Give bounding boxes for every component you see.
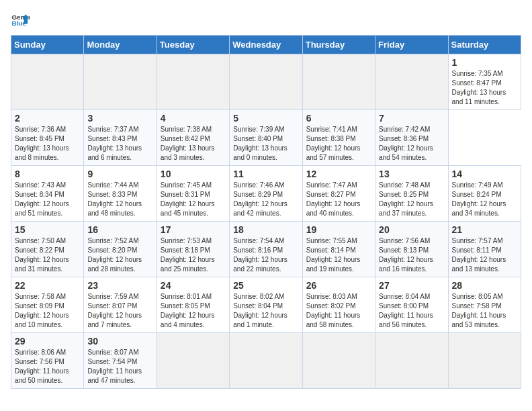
day-number: 7 bbox=[379, 113, 444, 124]
calendar-cell: 3Sunrise: 7:37 AMSunset: 8:43 PMDaylight… bbox=[84, 110, 157, 166]
day-info: Sunrise: 7:56 AMSunset: 8:13 PMDaylight:… bbox=[379, 236, 444, 274]
calendar-cell: 23Sunrise: 7:59 AMSunset: 8:07 PMDayligh… bbox=[84, 277, 157, 333]
day-number: 16 bbox=[87, 224, 152, 235]
day-info: Sunrise: 7:49 AMSunset: 8:24 PMDaylight:… bbox=[452, 181, 517, 218]
day-info: Sunrise: 7:36 AMSunset: 8:45 PMDaylight:… bbox=[15, 125, 80, 163]
header-day: Saturday bbox=[448, 36, 521, 54]
day-number: 19 bbox=[306, 224, 371, 235]
calendar-cell: 17Sunrise: 7:53 AMSunset: 8:18 PMDayligh… bbox=[157, 222, 229, 277]
day-number: 23 bbox=[87, 280, 152, 291]
day-number: 18 bbox=[233, 224, 298, 235]
day-info: Sunrise: 7:44 AMSunset: 8:33 PMDaylight:… bbox=[87, 181, 152, 218]
calendar-cell: 16Sunrise: 7:52 AMSunset: 8:20 PMDayligh… bbox=[84, 222, 157, 277]
calendar-cell bbox=[302, 333, 375, 389]
day-info: Sunrise: 8:07 AMSunset: 7:54 PMDaylight:… bbox=[87, 348, 152, 385]
day-number: 15 bbox=[15, 224, 80, 235]
header-day: Monday bbox=[84, 36, 157, 54]
day-info: Sunrise: 7:59 AMSunset: 8:07 PMDaylight:… bbox=[87, 292, 152, 330]
calendar-week: 8Sunrise: 7:43 AMSunset: 8:34 PMDaylight… bbox=[11, 166, 521, 222]
day-info: Sunrise: 8:05 AMSunset: 7:58 PMDaylight:… bbox=[452, 292, 517, 330]
day-number: 8 bbox=[15, 169, 80, 179]
calendar-cell: 14Sunrise: 7:49 AMSunset: 8:24 PMDayligh… bbox=[448, 166, 521, 222]
day-info: Sunrise: 7:35 AMSunset: 8:47 PMDaylight:… bbox=[452, 69, 517, 107]
day-number: 1 bbox=[452, 57, 517, 68]
calendar-header: SundayMondayTuesdayWednesdayThursdayFrid… bbox=[11, 36, 521, 54]
calendar-cell: 30Sunrise: 8:07 AMSunset: 7:54 PMDayligh… bbox=[84, 333, 157, 389]
calendar-cell: 18Sunrise: 7:54 AMSunset: 8:16 PMDayligh… bbox=[230, 222, 302, 277]
day-info: Sunrise: 7:38 AMSunset: 8:42 PMDaylight:… bbox=[161, 125, 226, 163]
day-info: Sunrise: 7:42 AMSunset: 8:36 PMDaylight:… bbox=[379, 125, 444, 163]
calendar-cell: 22Sunrise: 7:58 AMSunset: 8:09 PMDayligh… bbox=[11, 277, 84, 333]
day-info: Sunrise: 7:58 AMSunset: 8:09 PMDaylight:… bbox=[15, 292, 80, 330]
logo-icon: General Blue bbox=[11, 11, 30, 30]
logo: General Blue bbox=[11, 11, 30, 30]
day-info: Sunrise: 7:52 AMSunset: 8:20 PMDaylight:… bbox=[87, 236, 152, 274]
calendar-cell: 10Sunrise: 7:45 AMSunset: 8:31 PMDayligh… bbox=[157, 166, 229, 222]
day-info: Sunrise: 7:39 AMSunset: 8:40 PMDaylight:… bbox=[233, 125, 298, 163]
day-info: Sunrise: 7:46 AMSunset: 8:29 PMDaylight:… bbox=[233, 181, 298, 218]
day-number: 3 bbox=[87, 113, 152, 124]
calendar-cell: 27Sunrise: 8:04 AMSunset: 8:00 PMDayligh… bbox=[375, 277, 448, 333]
calendar-week: 15Sunrise: 7:50 AMSunset: 8:22 PMDayligh… bbox=[11, 222, 521, 277]
day-info: Sunrise: 7:53 AMSunset: 8:18 PMDaylight:… bbox=[161, 236, 226, 274]
day-number: 13 bbox=[379, 169, 444, 179]
header: General Blue bbox=[11, 11, 521, 30]
calendar-cell bbox=[11, 54, 84, 110]
calendar-cell bbox=[375, 333, 448, 389]
calendar-cell: 20Sunrise: 7:56 AMSunset: 8:13 PMDayligh… bbox=[375, 222, 448, 277]
day-info: Sunrise: 8:04 AMSunset: 8:00 PMDaylight:… bbox=[379, 292, 444, 330]
day-info: Sunrise: 7:43 AMSunset: 8:34 PMDaylight:… bbox=[15, 181, 80, 218]
day-number: 30 bbox=[87, 336, 152, 347]
calendar-cell: 13Sunrise: 7:48 AMSunset: 8:25 PMDayligh… bbox=[375, 166, 448, 222]
day-info: Sunrise: 7:54 AMSunset: 8:16 PMDaylight:… bbox=[233, 236, 298, 274]
calendar-cell: 21Sunrise: 7:57 AMSunset: 8:11 PMDayligh… bbox=[448, 222, 521, 277]
calendar-cell bbox=[448, 333, 521, 389]
day-info: Sunrise: 7:37 AMSunset: 8:43 PMDaylight:… bbox=[87, 125, 152, 163]
calendar-cell: 28Sunrise: 8:05 AMSunset: 7:58 PMDayligh… bbox=[448, 277, 521, 333]
day-info: Sunrise: 7:48 AMSunset: 8:25 PMDaylight:… bbox=[379, 181, 444, 218]
day-number: 6 bbox=[306, 113, 371, 124]
day-number: 27 bbox=[379, 280, 444, 291]
calendar-table: SundayMondayTuesdayWednesdayThursdayFrid… bbox=[11, 35, 521, 389]
calendar-cell: 12Sunrise: 7:47 AMSunset: 8:27 PMDayligh… bbox=[302, 166, 375, 222]
header-day: Thursday bbox=[302, 36, 375, 54]
day-info: Sunrise: 8:01 AMSunset: 8:05 PMDaylight:… bbox=[161, 292, 226, 330]
calendar-cell: 29Sunrise: 8:06 AMSunset: 7:56 PMDayligh… bbox=[11, 333, 84, 389]
header-day: Wednesday bbox=[230, 36, 302, 54]
day-info: Sunrise: 7:57 AMSunset: 8:11 PMDaylight:… bbox=[452, 236, 517, 274]
day-number: 26 bbox=[306, 280, 371, 291]
calendar-cell: 24Sunrise: 8:01 AMSunset: 8:05 PMDayligh… bbox=[157, 277, 229, 333]
day-number: 2 bbox=[15, 113, 80, 124]
day-number: 5 bbox=[233, 113, 298, 124]
day-number: 12 bbox=[306, 169, 371, 179]
day-number: 20 bbox=[379, 224, 444, 235]
day-number: 4 bbox=[161, 113, 226, 124]
calendar-cell bbox=[375, 54, 448, 110]
calendar-cell: 5Sunrise: 7:39 AMSunset: 8:40 PMDaylight… bbox=[230, 110, 302, 166]
header-day: Friday bbox=[375, 36, 448, 54]
day-number: 14 bbox=[452, 169, 517, 179]
day-info: Sunrise: 8:02 AMSunset: 8:04 PMDaylight:… bbox=[233, 292, 298, 330]
calendar-cell bbox=[302, 54, 375, 110]
day-number: 17 bbox=[161, 224, 226, 235]
header-day: Sunday bbox=[11, 36, 84, 54]
calendar-cell: 26Sunrise: 8:03 AMSunset: 8:02 PMDayligh… bbox=[302, 277, 375, 333]
day-number: 11 bbox=[233, 169, 298, 179]
day-number: 28 bbox=[452, 280, 517, 291]
day-info: Sunrise: 7:41 AMSunset: 8:38 PMDaylight:… bbox=[306, 125, 371, 163]
calendar-cell: 19Sunrise: 7:55 AMSunset: 8:14 PMDayligh… bbox=[302, 222, 375, 277]
calendar-cell: 6Sunrise: 7:41 AMSunset: 8:38 PMDaylight… bbox=[302, 110, 375, 166]
calendar-cell bbox=[84, 54, 157, 110]
calendar-week: 29Sunrise: 8:06 AMSunset: 7:56 PMDayligh… bbox=[11, 333, 521, 389]
calendar-week: 2Sunrise: 7:36 AMSunset: 8:45 PMDaylight… bbox=[11, 110, 521, 166]
day-info: Sunrise: 7:55 AMSunset: 8:14 PMDaylight:… bbox=[306, 236, 371, 274]
day-info: Sunrise: 8:06 AMSunset: 7:56 PMDaylight:… bbox=[15, 348, 80, 385]
calendar-body: 1Sunrise: 7:35 AMSunset: 8:47 PMDaylight… bbox=[11, 54, 521, 389]
day-info: Sunrise: 7:47 AMSunset: 8:27 PMDaylight:… bbox=[306, 181, 371, 218]
day-number: 10 bbox=[161, 169, 226, 179]
day-number: 24 bbox=[161, 280, 226, 291]
calendar-cell: 4Sunrise: 7:38 AMSunset: 8:42 PMDaylight… bbox=[157, 110, 229, 166]
calendar-cell: 2Sunrise: 7:36 AMSunset: 8:45 PMDaylight… bbox=[11, 110, 84, 166]
day-info: Sunrise: 7:50 AMSunset: 8:22 PMDaylight:… bbox=[15, 236, 80, 274]
day-info: Sunrise: 7:45 AMSunset: 8:31 PMDaylight:… bbox=[161, 181, 226, 218]
